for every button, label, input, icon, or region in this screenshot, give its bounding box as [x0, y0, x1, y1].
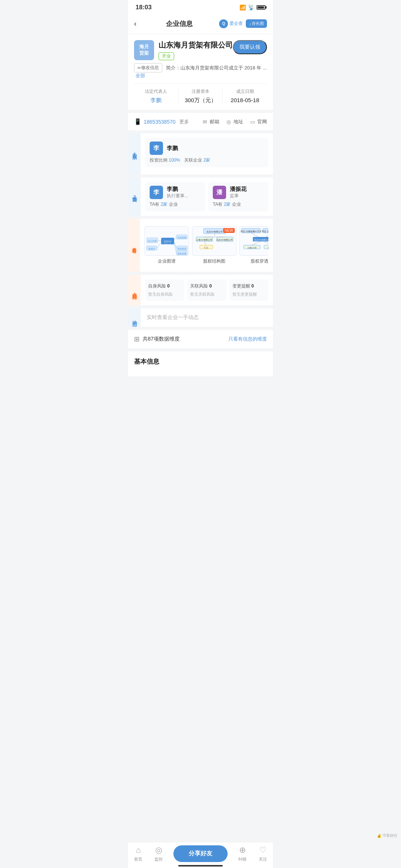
chart-label-1: 股权结构图 [192, 258, 237, 264]
svg-text:北京xx公司: 北京xx公司 [268, 247, 269, 249]
management-section: 高管2 李 李鹏 执行董事... TA有 2家 企业 [128, 178, 273, 216]
manager-role-1: 监事 [230, 193, 247, 199]
company-status-tag: 开业 [159, 52, 174, 60]
dynamic-content[interactable]: 实时查看企业一手动态 [141, 308, 273, 327]
risk-item-0[interactable]: 自身风险 0 暂无自身风险 [145, 279, 184, 301]
basic-info-section: 基本信息 [128, 351, 273, 376]
svg-text:北京XX: 北京XX [164, 240, 171, 243]
chart-label-2: 股权穿透图 [239, 258, 268, 264]
address-label: 地址 [234, 118, 243, 125]
phone-number[interactable]: 18653538570 [144, 119, 176, 125]
contact-icons-group: ✉ 邮箱 ◎ 地址 ▭ 官网 [202, 118, 267, 125]
management-content: 李 李鹏 执行董事... TA有 2家 企业 潘 [141, 178, 273, 216]
svg-text:分支机构: 分支机构 [177, 237, 186, 239]
chart-item-0[interactable]: 法人代表 高管 北京XX 有限公司 投资方 分支机构 [144, 226, 189, 264]
new-badge: NEW [223, 228, 235, 233]
enterprise-map-svg: 法人代表 高管 北京XX 有限公司 投资方 分支机构 [145, 227, 189, 256]
manager-name-1: 潘振花 [230, 186, 247, 193]
address-contact[interactable]: ◎ 地址 [225, 118, 243, 125]
edit-info-button[interactable]: ✏ 修改信息 [134, 63, 162, 72]
description-full-link[interactable]: 全部 [136, 73, 145, 78]
shareholders-section: 股东1 李 李鹏 投资比例 100% 关联企业 2家 [128, 133, 273, 175]
manager-detail-0: TA有 2家 企业 [150, 201, 201, 208]
dynamic-section: 动态 实时查看企业一手动态 [128, 308, 273, 327]
battery-icon [257, 5, 265, 10]
manager-card-0[interactable]: 李 李鹏 执行董事... TA有 2家 企业 [145, 182, 205, 211]
chart-thumb-1: NEW 北京XX有限公司 上海XX有限公司 北京XX有限公司 [192, 226, 237, 256]
risk-title-2: 变更提醒 0 [232, 283, 265, 289]
shareholder-person-card[interactable]: 李 李鹏 投资比例 100% 关联企业 2家 [145, 138, 268, 167]
save-image-button[interactable]: ↓ 存长图 [246, 19, 267, 28]
svg-text:疑似控股: 疑似控股 [177, 253, 186, 255]
status-bar: 18:03 📶 📡 [128, 0, 273, 13]
risk-title-0: 自身风险 0 [148, 283, 181, 289]
risk-grid: 自身风险 0 暂无自身风险 关联风险 0 暂无关联风险 变更提醒 0 暂无变更提… [145, 279, 268, 301]
website-contact[interactable]: ▭ 官网 [249, 118, 267, 125]
company-logo: 海月 货架 [134, 40, 154, 60]
stat-legal-rep-value[interactable]: 李鹏 [134, 97, 178, 104]
shareholder-detail: 投资比例 100% 关联企业 2家 [150, 157, 264, 163]
layers-icon: ⊞ [134, 335, 140, 343]
dynamic-label: 动态 [128, 308, 141, 327]
risk-item-2[interactable]: 变更提醒 0 暂无变更提醒 [229, 279, 268, 301]
claim-button[interactable]: 我要认领 [233, 40, 267, 54]
risk-section: 企业风险 自身风险 0 暂无自身风险 关联风险 0 暂无关联风险 变更提醒 0 … [128, 275, 273, 305]
stat-registered-value: 300万（元） [179, 97, 223, 104]
svg-text:对外投资: 对外投资 [177, 248, 186, 250]
manager-top-1: 潘 潘振花 监事 [213, 186, 264, 199]
manager-avatar-1: 潘 [213, 186, 226, 199]
svg-text:张总 认缴金额xx万元: 张总 认缴金额xx万元 [241, 230, 261, 233]
data-dimension-row: ⊞ 共87项数据维度 只看有信息的维度 [128, 330, 273, 348]
svg-line-15 [158, 240, 161, 241]
aiqicha-logo[interactable]: Q 爱企查 [219, 19, 243, 28]
company-top-row: 海月 货架 山东海月货架有限公司 开业 我要认领 [134, 40, 267, 60]
risk-label: 企业风险 [128, 275, 141, 305]
risk-empty-1: 暂无关联风险 [190, 292, 223, 297]
company-stats-row: 法定代表人 李鹏 注册资本 300万（元） 成立日期 2018-05-18 [134, 84, 267, 104]
svg-line-45 [264, 241, 268, 245]
chart-label-0: 企业图谱 [144, 258, 189, 264]
contact-row: 📱 18653538570 更多 ✉ 邮箱 ◎ 地址 ▭ 官网 [128, 113, 273, 130]
only-info-link[interactable]: 只看有信息的维度 [228, 336, 267, 342]
website-label: 官网 [257, 118, 267, 125]
header-right-actions: Q 爱企查 ↓ 存长图 [219, 19, 267, 28]
time-display: 18:03 [136, 4, 151, 11]
shareholders-content: 李 李鹏 投资比例 100% 关联企业 2家 [141, 133, 273, 175]
charts-row: 爱企查图谱 法人代表 高管 北京XX [128, 219, 273, 272]
phone-section: 📱 18653538570 更多 [134, 118, 202, 125]
status-icons: 📶 📡 [239, 4, 265, 10]
risk-title-1: 关联风险 0 [190, 283, 223, 289]
save-label: 存长图 [252, 21, 264, 26]
equity-penetration-svg: 张总 认缴金额xx万元 李总 认缴金额xx万元 北京XX有限公司 上海xx公司 [240, 227, 268, 256]
company-name: 山东海月货架有限公司 [159, 40, 233, 50]
company-card: 海月 货架 山东海月货架有限公司 开业 我要认领 ✏ 修改信息 简介：山东海月货… [128, 34, 273, 110]
risk-item-1[interactable]: 关联风险 0 暂无关联风险 [187, 279, 226, 301]
charts-label: 爱企查图谱 [128, 219, 140, 272]
back-button[interactable]: ‹ [134, 18, 140, 29]
shareholder-name: 李鹏 [167, 145, 178, 152]
manager-avatar-0: 李 [150, 186, 163, 199]
website-icon: ▭ [249, 118, 256, 125]
company-identity: 海月 货架 山东海月货架有限公司 开业 [134, 40, 233, 60]
stat-legal-rep-label: 法定代表人 [134, 88, 178, 95]
shareholders-label: 股东1 [128, 133, 141, 175]
manager-card-1[interactable]: 潘 潘振花 监事 TA有 2家 企业 [208, 182, 268, 211]
dynamic-placeholder: 实时查看企业一手动态 [147, 314, 199, 321]
charts-scroll: 法人代表 高管 北京XX 有限公司 投资方 分支机构 [144, 223, 268, 267]
manager-role-0: 执行董事... [167, 193, 188, 199]
email-contact[interactable]: ✉ 邮箱 [202, 118, 219, 125]
header: ‹ 企业信息 Q 爱企查 ↓ 存长图 [128, 13, 273, 34]
chart-item-2[interactable]: 张总 认缴金额xx万元 李总 认缴金额xx万元 北京XX有限公司 上海xx公司 [239, 226, 268, 264]
email-icon: ✉ [202, 118, 208, 125]
data-dim-left: ⊞ 共87项数据维度 [134, 335, 180, 343]
edit-label: 修改信息 [141, 65, 159, 71]
svg-text:李总 认缴金额xx万元: 李总 认缴金额xx万元 [262, 230, 268, 233]
risk-empty-0: 暂无自身风险 [148, 292, 181, 297]
stat-registered-capital: 注册资本 300万（元） [179, 88, 223, 104]
more-contact-link[interactable]: 更多 [179, 118, 189, 125]
svg-text:北京XX有限公司: 北京XX有限公司 [216, 238, 232, 241]
manager-name-0: 李鹏 [167, 186, 188, 193]
management-persons-row: 李 李鹏 执行董事... TA有 2家 企业 潘 [145, 182, 268, 211]
chart-item-1[interactable]: NEW 北京XX有限公司 上海XX有限公司 北京XX有限公司 [192, 226, 237, 264]
charts-section: 爱企查图谱 法人代表 高管 北京XX [128, 219, 273, 272]
